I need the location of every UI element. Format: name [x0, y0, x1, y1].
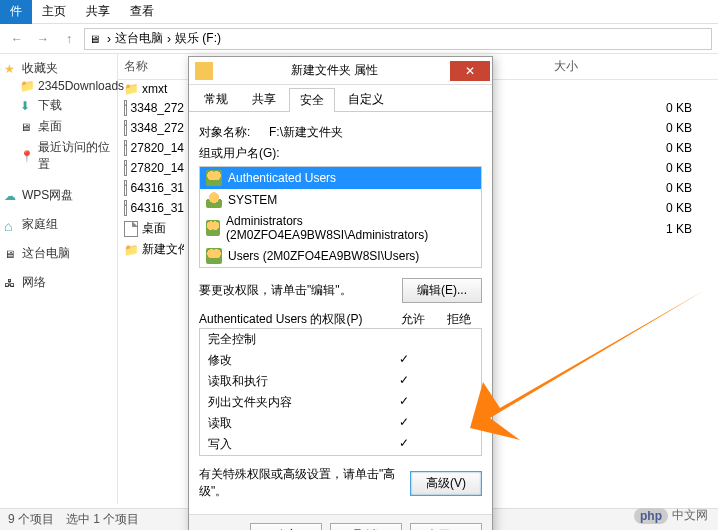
ribbon-tab-home[interactable]: 主页: [32, 0, 76, 24]
sidebar-network[interactable]: 网络: [4, 274, 113, 291]
group-item[interactable]: Authenticated Users: [200, 167, 481, 189]
file-size: 0 KB: [652, 101, 712, 115]
folder-icon: [124, 82, 138, 96]
allow-check: ✓: [381, 415, 427, 432]
folder-icon: [124, 243, 138, 257]
tab-general[interactable]: 常规: [193, 87, 239, 111]
permission-name: 读取和执行: [208, 373, 381, 390]
file-name: 新建文件夹: [142, 241, 184, 258]
pc-icon: [89, 32, 103, 46]
download-icon: [20, 99, 34, 113]
cancel-button[interactable]: 取消: [330, 523, 402, 530]
permission-name: 写入: [208, 436, 381, 453]
sidebar-item-desktop[interactable]: 桌面: [4, 116, 113, 137]
cloud-icon: [4, 189, 18, 203]
status-selected: 选中 1 个项目: [66, 511, 139, 528]
ribbon-tabs: 件 主页 共享 查看: [0, 0, 718, 24]
sidebar-wps[interactable]: WPS网盘: [4, 187, 113, 204]
permission-name: 列出文件夹内容: [208, 394, 381, 411]
object-name-label: 对象名称:: [199, 124, 269, 141]
sidebar-item-downloads[interactable]: 下载: [4, 95, 113, 116]
file-size: 1 KB: [652, 222, 712, 236]
permission-row: 写入✓: [200, 434, 481, 455]
folder-icon: [20, 79, 34, 93]
pin-icon: [20, 149, 34, 163]
allow-check: ✓: [381, 394, 427, 411]
permission-name: 读取: [208, 415, 381, 432]
nav-forward-icon: →: [32, 28, 54, 50]
file-size: 0 KB: [652, 121, 712, 135]
file-size: 0 KB: [652, 201, 712, 215]
apply-button[interactable]: 应用(A): [410, 523, 482, 530]
close-button[interactable]: ✕: [450, 61, 490, 81]
watermark: php 中文网: [634, 507, 708, 524]
deny-check: [427, 331, 473, 348]
tab-security[interactable]: 安全: [289, 88, 335, 112]
file-name: xmxt: [142, 82, 167, 96]
users-icon: [206, 248, 222, 264]
allow-header: 允许: [390, 311, 436, 328]
watermark-text: 中文网: [672, 507, 708, 524]
edit-hint: 要更改权限，请单击"编辑"。: [199, 282, 402, 299]
permission-row: 列出文件夹内容✓: [200, 392, 481, 413]
breadcrumb[interactable]: › 这台电脑 › 娱乐 (F:): [84, 28, 712, 50]
sidebar-thispc[interactable]: 这台电脑: [4, 245, 113, 262]
file-name: 64316_31: [131, 181, 184, 195]
breadcrumb-pc[interactable]: 这台电脑: [115, 30, 163, 47]
sidebar-item-recent[interactable]: 最近访问的位置: [4, 137, 113, 175]
deny-check: [427, 415, 473, 432]
star-icon: [4, 62, 18, 76]
tab-custom[interactable]: 自定义: [337, 87, 395, 111]
permission-row: 读取和执行✓: [200, 371, 481, 392]
ribbon-tab-share[interactable]: 共享: [76, 0, 120, 24]
header-size[interactable]: 大小: [548, 54, 608, 79]
group-item[interactable]: Users (2M0ZFO4EA9BW8SI\Users): [200, 245, 481, 267]
deny-check: [427, 373, 473, 390]
folder-icon: [195, 62, 213, 80]
dialog-tabs: 常规 共享 安全 自定义: [189, 85, 492, 112]
ribbon-tab-view[interactable]: 查看: [120, 0, 164, 24]
dialog-titlebar[interactable]: 新建文件夹 属性 ✕: [189, 57, 492, 85]
sidebar-homegroup[interactable]: 家庭组: [4, 216, 113, 233]
groups-listbox[interactable]: Authenticated Users SYSTEM Administrator…: [199, 166, 482, 268]
group-item[interactable]: SYSTEM: [200, 189, 481, 211]
allow-check: [381, 331, 427, 348]
sidebar-favorites[interactable]: 收藏夹: [4, 60, 113, 77]
php-logo: php: [634, 508, 668, 524]
edit-button[interactable]: 编辑(E)...: [402, 278, 482, 303]
file-icon: [124, 120, 127, 136]
allow-check: ✓: [381, 352, 427, 369]
dialog-title: 新建文件夹 属性: [219, 62, 450, 79]
users-icon: [206, 220, 220, 236]
ribbon-tab-file[interactable]: 件: [0, 0, 32, 24]
permission-row: 完全控制: [200, 329, 481, 350]
deny-check: [427, 352, 473, 369]
file-size: 0 KB: [652, 161, 712, 175]
permission-row: 修改✓: [200, 350, 481, 371]
users-icon: [206, 170, 222, 186]
permissions-label: Authenticated Users 的权限(P): [199, 311, 390, 328]
permission-row: 读取✓: [200, 413, 481, 434]
advanced-hint: 有关特殊权限或高级设置，请单击"高级"。: [199, 466, 410, 500]
nav-up-icon[interactable]: ↑: [58, 28, 80, 50]
tab-sharing[interactable]: 共享: [241, 87, 287, 111]
advanced-button[interactable]: 高级(V): [410, 471, 482, 496]
file-icon: [124, 200, 127, 216]
ok-button[interactable]: 确定: [250, 523, 322, 530]
permission-name: 修改: [208, 352, 381, 369]
user-icon: [206, 192, 222, 208]
sidebar-item-2345[interactable]: 2345Downloads: [4, 77, 113, 95]
file-size: 0 KB: [652, 181, 712, 195]
nav-back-icon[interactable]: ←: [6, 28, 28, 50]
file-icon: [124, 100, 127, 116]
network-icon: [4, 276, 18, 290]
status-count: 9 个项目: [8, 511, 54, 528]
permission-name: 完全控制: [208, 331, 381, 348]
file-name: 27820_14: [131, 161, 184, 175]
group-item[interactable]: Administrators (2M0ZFO4EA9BW8SI\Administ…: [200, 211, 481, 245]
file-icon: [124, 180, 127, 196]
sidebar: 收藏夹 2345Downloads 下载 桌面 最近访问的位置 WPS网盘 家庭…: [0, 54, 118, 504]
file-name: 3348_272: [131, 121, 184, 135]
breadcrumb-drive[interactable]: 娱乐 (F:): [175, 30, 221, 47]
permissions-list[interactable]: 完全控制修改✓读取和执行✓列出文件夹内容✓读取✓写入✓: [199, 328, 482, 456]
